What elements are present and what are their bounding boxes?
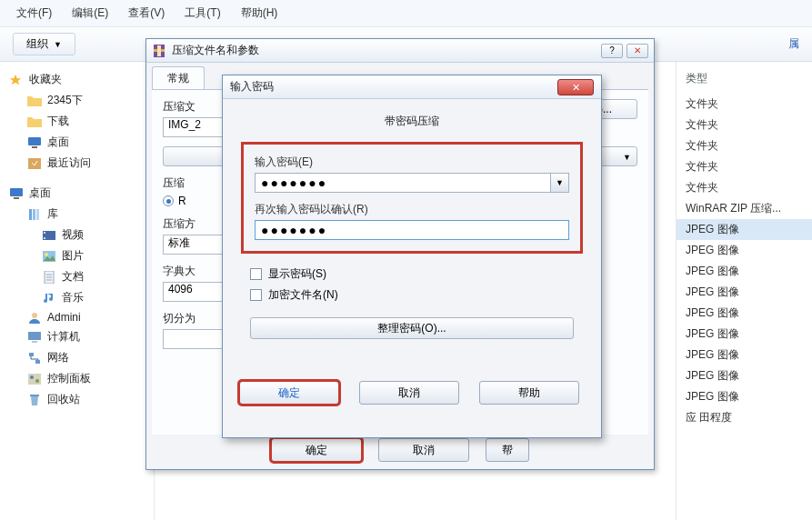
star-icon (9, 74, 24, 86)
svg-point-20 (30, 375, 34, 379)
desktop-header[interactable]: 桌面 (5, 183, 148, 204)
password-highlight-box: 输入密码(E) ●●●●●●● ▼ 再次输入密码以确认(R) ●●●●●●● (241, 142, 583, 254)
type-cell[interactable]: JPEG 图像 (677, 303, 812, 324)
svg-rect-6 (33, 209, 35, 220)
archive-name-input[interactable]: IMG_2 (163, 117, 226, 137)
type-cell[interactable]: JPEG 图像 (677, 365, 812, 386)
attributes-label: 属 (788, 36, 799, 52)
library-header[interactable]: 库 (5, 204, 148, 225)
help-button[interactable]: 帮助 (479, 381, 579, 405)
close-button[interactable]: ✕ (557, 79, 594, 95)
cancel-button[interactable]: 取消 (378, 438, 469, 462)
svg-rect-5 (29, 209, 32, 220)
encrypt-names-checkbox[interactable]: 加密文件名(N) (250, 287, 583, 303)
help-button[interactable]: ? (601, 44, 623, 58)
svg-rect-3 (10, 188, 23, 196)
sidebar-item-admini[interactable]: Admini (5, 308, 148, 326)
menubar: 文件(F) 编辑(E) 查看(V) 工具(T) 帮助(H) (0, 0, 812, 27)
level-combo[interactable]: 标准 (163, 235, 228, 255)
type-cell[interactable]: JPEG 图像 (677, 324, 812, 345)
type-cell[interactable]: 文件夹 (677, 177, 812, 198)
recycle-icon (27, 394, 42, 406)
password-dropdown-button[interactable]: ▼ (551, 173, 569, 193)
recent-icon (27, 157, 42, 170)
ok-button[interactable]: 确定 (239, 381, 339, 405)
sidebar-item-desktop[interactable]: 桌面 (5, 132, 148, 153)
organize-passwords-button[interactable]: 整理密码(O)... (250, 317, 574, 339)
type-cell[interactable]: JPEG 图像 (677, 386, 812, 407)
sidebar-item-downloads[interactable]: 下载 (5, 111, 148, 132)
split-combo[interactable] (163, 329, 228, 349)
desktop-icon (9, 187, 24, 200)
favorites-header[interactable]: 收藏夹 (5, 69, 148, 90)
sidebar-item-control[interactable]: 控制面板 (5, 368, 148, 389)
type-cell[interactable]: WinRAR ZIP 压缩... (677, 198, 812, 219)
type-cell[interactable]: 文件夹 (677, 156, 812, 177)
password-label: 输入密码(E) (255, 155, 569, 170)
menu-tools[interactable]: 工具(T) (185, 5, 220, 21)
organize-button[interactable]: 组织▼ (13, 33, 75, 55)
folder-icon (27, 115, 42, 128)
svg-rect-7 (36, 209, 39, 220)
sidebar-item-computer[interactable]: 计算机 (5, 326, 148, 347)
svg-rect-16 (32, 341, 37, 343)
ok-button[interactable]: 确定 (271, 438, 362, 462)
svg-rect-17 (29, 353, 34, 356)
menu-help[interactable]: 帮助(H) (241, 5, 278, 21)
type-column-header[interactable]: 类型 (677, 67, 812, 94)
sidebar-item-recent[interactable]: 最近访问 (5, 153, 148, 174)
network-icon (27, 352, 42, 365)
sidebar-item-docs[interactable]: 文档 (5, 266, 148, 287)
svg-rect-25 (157, 45, 161, 56)
sidebar-item-pictures[interactable]: 图片 (5, 245, 148, 266)
menu-view[interactable]: 查看(V) (128, 5, 165, 21)
svg-point-14 (32, 313, 37, 318)
type-cell[interactable]: JPEG 图像 (677, 240, 812, 261)
folder-icon (27, 95, 42, 107)
dialog-title: 输入密码 (230, 79, 557, 95)
tab-general[interactable]: 常规 (152, 66, 205, 89)
svg-rect-2 (28, 158, 41, 169)
menu-file[interactable]: 文件(F) (16, 5, 52, 21)
svg-rect-1 (32, 146, 37, 148)
type-cell[interactable]: 文件夹 (677, 115, 812, 135)
checkbox-icon (250, 268, 262, 280)
checkbox-icon (250, 289, 262, 301)
svg-point-9 (44, 232, 45, 234)
user-icon (27, 311, 42, 324)
svg-rect-15 (28, 332, 41, 340)
library-icon (27, 208, 42, 221)
type-cell[interactable]: JPEG 图像 (677, 261, 812, 282)
svg-rect-18 (35, 360, 40, 364)
sidebar-item-network[interactable]: 网络 (5, 347, 148, 368)
cancel-button[interactable]: 取消 (359, 381, 459, 405)
password-dialog: 输入密码 ✕ 带密码压缩 输入密码(E) ●●●●●●● ▼ 再次输入密码以确认… (222, 75, 602, 438)
type-cell[interactable]: 文件夹 (677, 135, 812, 156)
dict-combo[interactable]: 4096 (163, 282, 228, 302)
password-input[interactable]: ●●●●●●● (255, 173, 551, 193)
type-cell[interactable]: 文件夹 (677, 94, 812, 115)
svg-point-10 (44, 237, 45, 239)
sidebar-item-recycle[interactable]: 回收站 (5, 389, 148, 410)
sidebar-item-videos[interactable]: 视频 (5, 225, 148, 245)
video-icon (42, 229, 56, 242)
type-cell[interactable]: JPEG 图像 (677, 345, 812, 365)
close-button[interactable]: ✕ (627, 44, 648, 58)
confirm-password-label: 再次输入密码以确认(R) (255, 202, 569, 217)
type-cell[interactable]: JPEG 图像 (677, 219, 812, 240)
confirm-password-input[interactable]: ●●●●●●● (255, 220, 569, 240)
dialog-titlebar[interactable]: 输入密码 ✕ (223, 75, 601, 99)
svg-point-12 (45, 253, 48, 256)
svg-rect-22 (30, 395, 39, 396)
sidebar-item-music[interactable]: 音乐 (5, 287, 148, 308)
sidebar-item-2345[interactable]: 2345下 (5, 90, 148, 111)
show-password-checkbox[interactable]: 显示密码(S) (250, 266, 583, 282)
dialog-titlebar[interactable]: 压缩文件名和参数 ? ✕ (146, 39, 654, 63)
menu-edit[interactable]: 编辑(E) (72, 5, 108, 21)
winrar-icon (152, 44, 166, 58)
help-button[interactable]: 帮 (486, 438, 529, 462)
type-cell[interactable]: 应 田程度 (677, 407, 812, 428)
type-cell[interactable]: JPEG 图像 (677, 282, 812, 303)
document-icon (42, 271, 56, 284)
details-type-column: 类型 文件夹文件夹文件夹文件夹文件夹WinRAR ZIP 压缩...JPEG 图… (676, 62, 812, 520)
